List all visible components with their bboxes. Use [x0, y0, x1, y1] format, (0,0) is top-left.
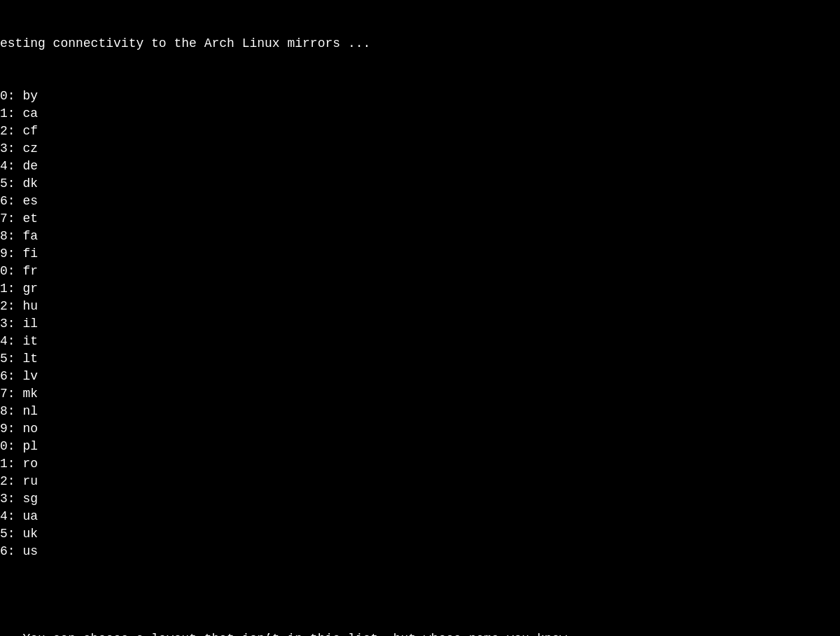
list-item: 9: no: [0, 420, 840, 438]
terminal-window: esting connectivity to the Arch Linux mi…: [0, 0, 840, 636]
list-item: 8: nl: [0, 403, 840, 420]
list-item: 5: lt: [0, 350, 840, 368]
list-item: 0: pl: [0, 438, 840, 455]
list-item: 1: ro: [0, 455, 840, 473]
list-item: 4: it: [0, 333, 840, 350]
list-item: 0: by: [0, 88, 840, 105]
list-item: 3: sg: [0, 490, 840, 508]
list-item: 1: gr: [0, 280, 840, 298]
list-item: 7: mk: [0, 385, 840, 403]
language-list: 0: by1: ca2: cf3: cz4: de5: dk6: es7: et…: [0, 88, 840, 560]
list-item: 1: ca: [0, 105, 840, 123]
footer-section: -- You can choose a layout that isn’t in…: [0, 595, 840, 636]
list-item: 5: dk: [0, 175, 840, 193]
list-item: 6: es: [0, 193, 840, 210]
list-item: 2: cf: [0, 123, 840, 140]
list-item: 8: fa: [0, 228, 840, 245]
list-item: 7: et: [0, 210, 840, 228]
list-item: 4: de: [0, 158, 840, 175]
list-item: 4: ua: [0, 508, 840, 525]
list-item: 6: lv: [0, 368, 840, 385]
list-item: 3: cz: [0, 140, 840, 158]
list-item: 3: il: [0, 315, 840, 333]
list-item: 6: us: [0, 543, 840, 560]
top-line: esting connectivity to the Arch Linux mi…: [0, 35, 840, 53]
list-item: 9: fi: [0, 245, 840, 263]
list-item: 2: ru: [0, 473, 840, 490]
list-item: 2: hu: [0, 298, 840, 315]
terminal-content: esting connectivity to the Arch Linux mi…: [0, 0, 840, 595]
footer-line1: -- You can choose a layout that isn’t in…: [0, 630, 840, 636]
list-item: 0: fr: [0, 263, 840, 280]
list-item: 5: uk: [0, 525, 840, 543]
